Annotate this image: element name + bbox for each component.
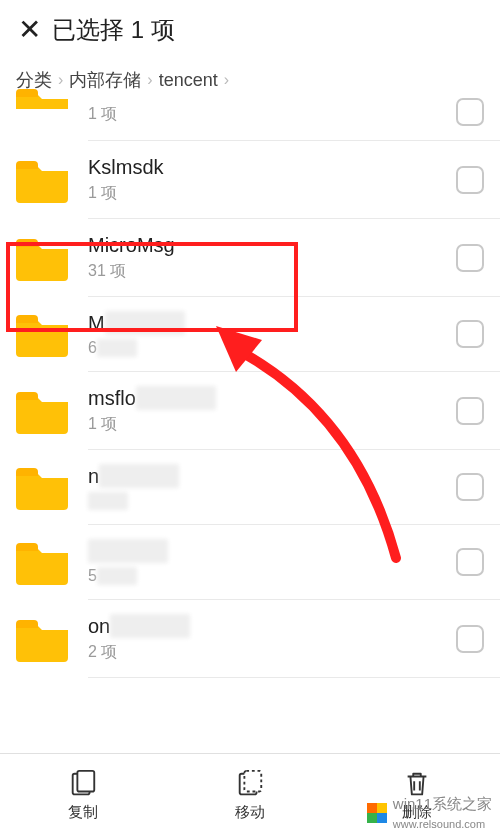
list-item[interactable]: xxxxxxxx 5xx — [0, 525, 500, 599]
folder-item-count: 1 项 — [88, 183, 456, 204]
folder-item-count: 2 项 — [88, 642, 456, 663]
chevron-right-icon: › — [224, 71, 229, 89]
folder-icon — [14, 85, 70, 109]
list-item-meta: Mxxxxxxxx 6xx — [88, 311, 456, 357]
svg-rect-4 — [244, 771, 261, 792]
select-checkbox[interactable] — [456, 244, 484, 272]
folder-icon — [14, 235, 70, 281]
list-item-meta: MicroMsg 31 项 — [88, 233, 456, 282]
select-checkbox[interactable] — [456, 548, 484, 576]
list-item-meta: msfloxxxxxxxx 1 项 — [88, 386, 456, 435]
copy-label: 复制 — [68, 803, 98, 822]
list-item-meta: 1 项 — [88, 100, 456, 125]
select-checkbox[interactable] — [456, 625, 484, 653]
folder-item-count: xx — [88, 492, 456, 510]
folder-item-count: 1 项 — [88, 104, 456, 125]
folder-name: Kslmsdk — [88, 155, 456, 179]
folder-icon — [14, 157, 70, 203]
watermark-url: www.relsound.com — [393, 818, 485, 830]
select-checkbox[interactable] — [456, 320, 484, 348]
folder-icon — [14, 388, 70, 434]
folder-list: 1 项 Kslmsdk 1 项 MicroMsg 31 项 Mxxxxxxxx … — [0, 98, 500, 678]
breadcrumb-seg-1[interactable]: 内部存储 — [69, 68, 141, 92]
page-title: 已选择 1 项 — [52, 14, 175, 46]
list-item-meta: onxxxxxxxx 2 项 — [88, 614, 456, 663]
chevron-right-icon: › — [147, 71, 152, 89]
folder-name: xxxxxxxx — [88, 539, 456, 563]
list-item[interactable]: 1 项 — [0, 98, 500, 140]
folder-icon — [14, 616, 70, 662]
move-icon — [235, 769, 265, 799]
close-icon[interactable]: ✕ — [18, 16, 52, 44]
folder-name: nxxxxxxxx — [88, 464, 456, 488]
watermark-text: win11系统之家 — [393, 795, 492, 812]
list-item[interactable]: Kslmsdk 1 项 — [0, 141, 500, 218]
copy-icon — [68, 769, 98, 799]
folder-item-count: 5xx — [88, 567, 456, 585]
folder-name: msfloxxxxxxxx — [88, 386, 456, 410]
svg-rect-2 — [78, 771, 95, 792]
select-checkbox[interactable] — [456, 397, 484, 425]
list-item[interactable]: MicroMsg 31 项 — [0, 219, 500, 296]
list-item[interactable]: nxxxxxxxx xx — [0, 450, 500, 524]
watermark-logo-icon — [367, 803, 387, 823]
header: ✕ 已选择 1 项 — [0, 0, 500, 60]
list-item[interactable]: onxxxxxxxx 2 项 — [0, 600, 500, 677]
list-item[interactable]: msfloxxxxxxxx 1 项 — [0, 372, 500, 449]
select-checkbox[interactable] — [456, 473, 484, 501]
move-button[interactable]: 移动 — [167, 754, 334, 837]
folder-name: MicroMsg — [88, 233, 456, 257]
folder-icon — [14, 539, 70, 585]
list-item-meta: Kslmsdk 1 项 — [88, 155, 456, 204]
breadcrumb: 分类 › 内部存储 › tencent › — [0, 60, 500, 98]
list-item-meta: nxxxxxxxx xx — [88, 464, 456, 510]
folder-icon — [14, 464, 70, 510]
select-checkbox[interactable] — [456, 98, 484, 126]
list-item-meta: xxxxxxxx 5xx — [88, 539, 456, 585]
breadcrumb-seg-2[interactable]: tencent — [159, 70, 218, 91]
folder-name: Mxxxxxxxx — [88, 311, 456, 335]
folder-icon — [14, 311, 70, 357]
select-checkbox[interactable] — [456, 166, 484, 194]
folder-item-count: 1 项 — [88, 414, 456, 435]
folder-item-count: 31 项 — [88, 261, 456, 282]
list-item[interactable]: Mxxxxxxxx 6xx — [0, 297, 500, 371]
copy-button[interactable]: 复制 — [0, 754, 167, 837]
move-label: 移动 — [235, 803, 265, 822]
divider — [88, 677, 500, 678]
watermark: win11系统之家 www.relsound.com — [367, 795, 492, 831]
folder-item-count: 6xx — [88, 339, 456, 357]
folder-name: onxxxxxxxx — [88, 614, 456, 638]
